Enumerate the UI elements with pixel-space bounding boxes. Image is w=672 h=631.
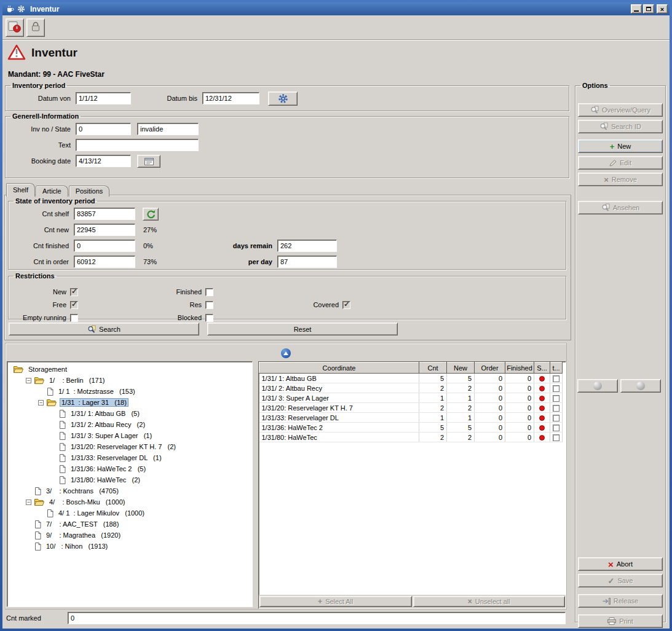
search-button[interactable]: Search (9, 323, 199, 335)
prev-button[interactable] (577, 379, 618, 393)
column-header[interactable]: Coordinate (259, 363, 419, 374)
days-remain-input[interactable] (277, 240, 337, 252)
reset-button[interactable]: Reset (207, 323, 398, 335)
exit-button[interactable] (6, 18, 24, 37)
tab-positions[interactable]: Positions (69, 186, 110, 197)
refresh-button[interactable] (143, 208, 159, 221)
tree-item[interactable]: 10/ : Nihon (1913) (7, 541, 252, 552)
lock-button[interactable] (26, 18, 45, 37)
text-input[interactable] (76, 139, 199, 151)
tree-item[interactable]: 9/ : Magrathea (1920) (7, 530, 252, 541)
tree-item-label: 1/31/80: HaWeTec (2) (69, 476, 142, 484)
row-checkbox[interactable] (553, 425, 559, 431)
coordinate-table-panel: CoordinateCntNewOrderFinishedS...t... 1/… (258, 361, 566, 609)
booking-date-picker-button[interactable] (137, 155, 160, 168)
maximize-button[interactable] (643, 4, 654, 14)
tree-item[interactable]: −4/ : Bosch-Mku (1000) (7, 496, 252, 508)
column-header[interactable]: Finished (505, 363, 534, 374)
tree-collapse-handle[interactable]: − (26, 500, 31, 505)
minimize-icon (634, 10, 639, 12)
covered-checkbox[interactable] (342, 301, 350, 309)
save-button[interactable]: ✓ Save (578, 574, 663, 587)
row-checkbox[interactable] (553, 385, 559, 392)
table-row[interactable]: 1/31/ 1: Altbau GB5500 (259, 374, 563, 383)
row-checkbox[interactable] (553, 405, 559, 412)
column-header[interactable]: t... (550, 363, 563, 374)
tree-item[interactable]: 4/ 1 : Lager Mikulov (1000) (7, 508, 252, 519)
minimize-button[interactable] (631, 4, 642, 14)
cnt-new-input[interactable] (74, 224, 135, 236)
tree-item[interactable]: 1/ 1 : Motzstrasse (153) (7, 386, 252, 397)
unselect-all-button[interactable]: × Unselect all (413, 596, 566, 607)
folder-icon (47, 399, 57, 406)
tree-item[interactable]: 1/31/20: Reservelager KT H. 7 (2) (7, 441, 252, 452)
column-header[interactable]: New (447, 363, 475, 374)
cnt-in-order-input[interactable] (74, 256, 135, 268)
close-button[interactable]: × (657, 4, 668, 14)
tree-item[interactable]: −1/31 : Lager 31 (18) (7, 397, 252, 408)
table-row[interactable]: 1/31/20: Reservelager KT H. 72200 (259, 403, 563, 413)
splitter-handle[interactable] (253, 361, 258, 607)
new-checkbox[interactable] (70, 288, 78, 296)
abort-button[interactable]: × Abort (578, 557, 663, 571)
tree-item[interactable]: 1/31/80: HaWeTec (2) (7, 474, 252, 485)
tree-item-label: 1/31/20: Reservelager KT H. 7 (2) (69, 442, 178, 451)
per-day-input[interactable] (277, 256, 337, 268)
collapse-up-button[interactable] (281, 348, 291, 358)
tree-collapse-handle[interactable]: − (26, 378, 31, 383)
tree-item[interactable]: 7/ : AAC_TEST (188) (7, 519, 252, 530)
restriction-res-label: Res (144, 301, 202, 308)
new-button[interactable]: + New (578, 139, 663, 153)
tree-collapse-handle[interactable]: − (38, 400, 44, 406)
options-group: Options Overview/Query Search ID + New (575, 82, 666, 622)
tab-shelf[interactable]: Shelf (6, 183, 35, 197)
table-row[interactable]: 1/31/33: Reservelager DL1100 (259, 413, 563, 423)
res-checkbox[interactable] (205, 301, 213, 309)
column-header[interactable]: Cnt (419, 363, 447, 374)
tab-article[interactable]: Article (36, 186, 68, 197)
tree-item[interactable]: −1/ : Berlin (171) (7, 375, 252, 386)
cnt-finished-input[interactable] (74, 240, 135, 252)
search-id-button[interactable]: Search ID (578, 120, 663, 133)
period-settings-button[interactable] (268, 92, 298, 106)
row-checkbox[interactable] (553, 434, 559, 441)
cnt-marked-input[interactable] (68, 612, 566, 624)
inv-state-input[interactable] (137, 123, 199, 135)
select-all-button[interactable]: + Select All (259, 596, 412, 607)
tree-item[interactable]: 1/31/ 3: Super A Lager (1) (7, 430, 252, 441)
options-legend: Options (580, 82, 610, 89)
tree-item[interactable]: Storagement (7, 364, 252, 375)
row-checkbox[interactable] (553, 375, 559, 382)
table-row[interactable]: 1/31/80: HaWeTec2200 (259, 433, 563, 442)
restriction-covered-label: Covered (279, 301, 339, 308)
release-button[interactable]: Release (578, 594, 663, 608)
tree-item[interactable]: 1/31/ 1: Altbau GB (5) (7, 408, 252, 419)
overview-query-button[interactable]: Overview/Query (578, 103, 663, 117)
tree-item[interactable]: 1/31/36: HaWeTec 2 (5) (7, 463, 252, 474)
remove-button[interactable]: × Remove (578, 173, 663, 186)
row-checkbox[interactable] (553, 415, 559, 421)
free-checkbox[interactable] (70, 301, 78, 309)
table-row[interactable]: 1/31/ 2: Altbau Recy2200 (259, 383, 563, 393)
datum-bis-input[interactable] (202, 92, 259, 104)
edit-button[interactable]: Edit (578, 156, 663, 170)
tree-item[interactable]: 3/ : Kochtrans (4705) (7, 485, 252, 496)
booking-date-input[interactable] (76, 155, 131, 167)
table-row[interactable]: 1/31/ 3: Super A Lager1100 (259, 393, 563, 403)
print-button[interactable]: Print (578, 614, 663, 628)
datum-von-input[interactable] (76, 92, 131, 104)
tree-item[interactable]: 1/31/ 2: Altbau Recy (2) (7, 419, 252, 430)
column-header[interactable]: Order (475, 363, 505, 374)
blocked-checkbox[interactable] (205, 314, 213, 322)
tree-item[interactable]: 1/31/33: Reservelager DL (1) (7, 452, 252, 463)
column-header[interactable]: S... (534, 363, 550, 374)
finished-checkbox[interactable] (205, 288, 213, 296)
inv-no-input[interactable] (76, 123, 131, 135)
row-checkbox[interactable] (553, 395, 559, 402)
next-button[interactable] (620, 379, 661, 393)
table-button-bar: + Select All × Unselect all (259, 595, 566, 608)
cnt-shelf-input[interactable] (74, 208, 135, 220)
table-row[interactable]: 1/31/36: HaWeTec 25500 (259, 423, 563, 433)
empty-running-checkbox[interactable] (70, 314, 78, 322)
ansehen-button[interactable]: Ansehen (578, 201, 663, 214)
